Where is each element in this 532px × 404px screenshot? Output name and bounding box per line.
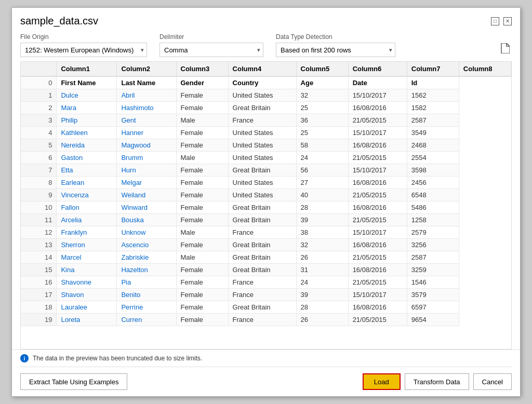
row-index: 18	[21, 301, 57, 314]
data-table: Column1 Column2 Column3 Column4 Column5 …	[21, 62, 511, 326]
table-row: 19LoretaCurrenFemaleFrance2621/05/201596…	[21, 314, 511, 326]
row-index: 3	[21, 114, 57, 127]
table-cell: 31	[296, 264, 348, 276]
table-row: 13SherronAscencioFemaleGreat Britain3216…	[21, 239, 511, 251]
delimiter-group: Delimiter Comma	[159, 33, 263, 57]
detection-select[interactable]: Based on first 200 rows	[276, 43, 395, 57]
table-cell: Great Britain	[228, 102, 296, 114]
table-cell: Gender	[176, 76, 228, 89]
table-cell: 5486	[407, 201, 459, 214]
table-cell: 21/05/2015	[348, 214, 407, 226]
table-row: 12FranklynUnknowMaleFrance3815/10/201725…	[21, 226, 511, 239]
table-cell: Fallon	[57, 201, 117, 214]
row-index: 7	[21, 164, 57, 177]
table-cell: France	[228, 289, 296, 301]
detection-select-wrapper[interactable]: Based on first 200 rows	[276, 43, 395, 57]
table-cell: 16/08/2016	[348, 201, 407, 214]
table-cell: 32	[296, 239, 348, 251]
table-cell: 1582	[407, 102, 459, 114]
table-cell: Date	[348, 76, 407, 89]
table-cell: Great Britain	[228, 251, 296, 264]
table-cell: Ascencio	[117, 239, 176, 251]
table-cell: Kina	[57, 264, 117, 276]
table-cell: 9654	[407, 314, 459, 326]
table-cell: Male	[176, 152, 228, 164]
row-index: 1	[21, 89, 57, 102]
row-index: 9	[21, 189, 57, 201]
table-cell: Kathleen	[57, 127, 117, 139]
table-cell: 15/10/2017	[348, 226, 407, 239]
col3-header: Column3	[176, 62, 228, 76]
table-cell: Earlean	[57, 177, 117, 189]
info-icon: i	[20, 354, 29, 362]
minimize-button[interactable]: □	[491, 17, 499, 25]
table-cell: 32	[296, 89, 348, 102]
table-cell: 28	[296, 301, 348, 314]
file-origin-select-wrapper[interactable]: 1252: Western European (Windows)	[20, 43, 147, 57]
table-row: 18LauraleePerrineFemaleGreat Britain2816…	[21, 301, 511, 314]
dialog: sample_data.csv □ ✕ File Origin 1252: We…	[11, 7, 521, 397]
table-container: Column1 Column2 Column3 Column4 Column5 …	[20, 61, 512, 349]
col-index-header	[21, 62, 57, 76]
load-button[interactable]: Load	[363, 373, 401, 390]
table-cell: Great Britain	[228, 264, 296, 276]
table-cell: Lauralee	[57, 301, 117, 314]
table-cell: Brumm	[117, 152, 176, 164]
col4-header: Column4	[228, 62, 296, 76]
file-origin-select[interactable]: 1252: Western European (Windows)	[20, 43, 147, 57]
table-cell: Benito	[117, 289, 176, 301]
table-cell: 39	[296, 289, 348, 301]
table-cell: 21/05/2015	[348, 152, 407, 164]
table-cell: Female	[176, 177, 228, 189]
table-cell: Hurn	[117, 164, 176, 177]
table-cell: 16/08/2016	[348, 301, 407, 314]
col6-header: Column6	[348, 62, 407, 76]
table-cell: 28	[296, 201, 348, 214]
table-cell: Hazelton	[117, 264, 176, 276]
table-row: 1DulceAbrilFemaleUnited States3215/10/20…	[21, 89, 511, 102]
transform-button[interactable]: Transform Data	[405, 373, 469, 390]
table-cell: 3549	[407, 127, 459, 139]
table-cell: Mara	[57, 102, 117, 114]
table-row: 16ShavonnePiaFemaleFrance2421/05/2015154…	[21, 276, 511, 289]
table-cell: 3256	[407, 239, 459, 251]
table-cell: 36	[296, 114, 348, 127]
table-cell: 2456	[407, 177, 459, 189]
table-cell: Age	[296, 76, 348, 89]
table-cell: Female	[176, 127, 228, 139]
delimiter-select[interactable]: Comma	[159, 43, 263, 57]
table-cell: 56	[296, 164, 348, 177]
table-cell: France	[228, 276, 296, 289]
table-cell: Unknow	[117, 226, 176, 239]
table-cell: Dulce	[57, 89, 117, 102]
table-cell: 27	[296, 177, 348, 189]
table-cell: 2587	[407, 251, 459, 264]
delimiter-select-wrapper[interactable]: Comma	[159, 43, 263, 57]
table-cell: 38	[296, 226, 348, 239]
table-cell: 40	[296, 189, 348, 201]
table-cell: United States	[228, 189, 296, 201]
table-cell: 58	[296, 139, 348, 152]
table-cell: 6548	[407, 189, 459, 201]
table-row: 5NereidaMagwoodFemaleUnited States5816/0…	[21, 139, 511, 152]
row-index: 5	[21, 139, 57, 152]
row-index: 8	[21, 177, 57, 189]
cancel-button[interactable]: Cancel	[473, 373, 512, 390]
table-cell: Melgar	[117, 177, 176, 189]
row-index: 2	[21, 102, 57, 114]
row-index: 19	[21, 314, 57, 326]
close-button[interactable]: ✕	[503, 17, 512, 25]
table-cell: 15/10/2017	[348, 164, 407, 177]
extract-button[interactable]: Extract Table Using Examples	[20, 373, 127, 390]
delimiter-label: Delimiter	[159, 33, 263, 41]
table-cell: 21/05/2015	[348, 251, 407, 264]
table-row: 10FallonWinwardFemaleGreat Britain2816/0…	[21, 201, 511, 214]
table-scroll[interactable]: Column1 Column2 Column3 Column4 Column5 …	[21, 62, 511, 349]
file-icon-button[interactable]	[498, 41, 512, 57]
table-cell: Female	[176, 89, 228, 102]
table-cell: Female	[176, 164, 228, 177]
table-cell: Female	[176, 264, 228, 276]
col7-header: Column7	[407, 62, 459, 76]
table-cell: Arcelia	[57, 214, 117, 226]
table-cell: Zabriskie	[117, 251, 176, 264]
